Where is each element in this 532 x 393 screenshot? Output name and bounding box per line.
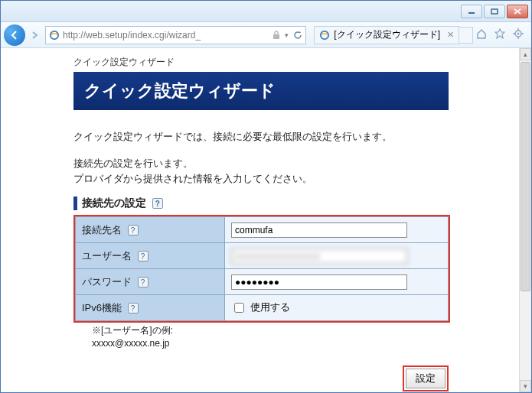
breadcrumb: クイック設定ウィザード [73,56,519,69]
form-highlight-box: 接続先名 ? ユーザー名 ? [73,215,450,323]
scroll-thumb[interactable] [521,62,530,291]
window-maximize-button[interactable] [484,5,505,18]
submit-button[interactable]: 設定 [406,369,446,388]
lock-icon [273,31,280,40]
content-area: クイック設定ウィザード クイック設定ウィザード クイック設定ウィザードでは、接続… [1,48,519,392]
tab-strip: [クイック設定ウィザード] ✕ [314,25,473,45]
close-icon [514,8,521,15]
help-icon[interactable]: ? [138,251,149,261]
tab-close-button[interactable]: ✕ [447,30,454,40]
instruction-line-1: 接続先の設定を行います。 [73,158,193,169]
label-password: パスワード [82,276,132,287]
maximize-icon [491,8,498,15]
row-username: ユーザー名 ? [76,243,449,269]
label-connection-name: 接続先名 [82,224,122,235]
minimize-icon [468,8,475,15]
scroll-up-button[interactable]: ▴ [520,48,531,60]
address-bar[interactable]: http://web.setup/index.cgi/wizard_ ▾ [45,26,306,44]
submit-highlight-box: 設定 [403,365,449,391]
vertical-scrollbar[interactable]: ▴ ▾ [519,48,531,392]
browser-window: http://web.setup/index.cgi/wizard_ ▾ [クイ… [0,0,532,393]
intro-text: クイック設定ウィザードでは、接続に必要な最低限の設定を行います。 [73,130,519,144]
window-minimize-button[interactable] [461,5,482,18]
address-url: http://web.setup/index.cgi/wizard_ [63,30,201,41]
nav-forward-button[interactable] [28,26,42,44]
svg-rect-1 [491,9,498,14]
help-icon[interactable]: ? [128,225,139,235]
svg-point-8 [517,33,520,35]
new-tab-button[interactable] [459,27,473,44]
note-label: ※[ユーザー名]の例: [92,325,173,336]
help-icon[interactable]: ? [152,198,163,209]
username-example-note: ※[ユーザー名]の例: xxxxx@xxxxx.ne.jp [92,324,519,350]
ipv6-checkbox-text: 使用する [250,301,290,313]
tab-title: [クイック設定ウィザード] [334,28,440,41]
row-ipv6: IPv6機能 ? 使用する [76,295,449,321]
row-password: パスワード ? [76,269,449,295]
nav-back-button[interactable] [4,24,25,46]
arrow-left-icon [9,30,20,41]
instruction-text: 接続先の設定を行います。 プロバイダから提供された情報を入力してください。 [73,156,519,186]
toolbar-icons [476,28,528,41]
help-icon[interactable]: ? [128,303,139,313]
section-title-text: 接続先の設定 [82,196,146,209]
svg-rect-0 [468,12,475,14]
settings-form: 接続先名 ? ユーザー名 ? [75,216,449,321]
help-icon[interactable]: ? [138,277,149,287]
row-connection-name: 接続先名 ? [76,217,449,243]
window-titlebar [1,1,531,22]
label-username: ユーザー名 [82,250,132,261]
ipv6-checkbox[interactable] [234,303,244,313]
connection-name-input[interactable] [231,222,407,238]
ie-icon [49,30,60,41]
label-ipv6: IPv6機能 [82,302,122,313]
instruction-line-2: プロバイダから提供された情報を入力してください。 [73,173,312,184]
home-icon[interactable] [476,28,487,41]
browser-tab[interactable]: [クイック設定ウィザード] ✕ [314,26,459,44]
favorites-icon[interactable] [494,28,505,41]
window-close-button[interactable] [507,5,528,18]
refresh-icon[interactable] [293,31,302,40]
username-input[interactable] [231,248,407,264]
page: クイック設定ウィザード クイック設定ウィザード クイック設定ウィザードでは、接続… [1,48,519,391]
password-input[interactable] [231,274,407,290]
dropdown-icon[interactable]: ▾ [285,31,289,39]
browser-toolbar: http://web.setup/index.cgi/wizard_ ▾ [クイ… [1,22,531,48]
address-bar-controls: ▾ [273,31,302,40]
page-title-banner: クイック設定ウィザード [73,72,449,110]
scroll-down-button[interactable]: ▾ [520,380,531,392]
ie-icon [319,30,330,41]
arrow-right-icon [31,31,40,40]
tools-icon[interactable] [513,28,524,41]
submit-area: 設定 [73,365,449,391]
ipv6-checkbox-label[interactable]: 使用する [231,301,290,313]
note-example: xxxxx@xxxxx.ne.jp [92,338,170,349]
svg-rect-5 [273,34,279,39]
section-title: 接続先の設定 ? [73,196,519,210]
